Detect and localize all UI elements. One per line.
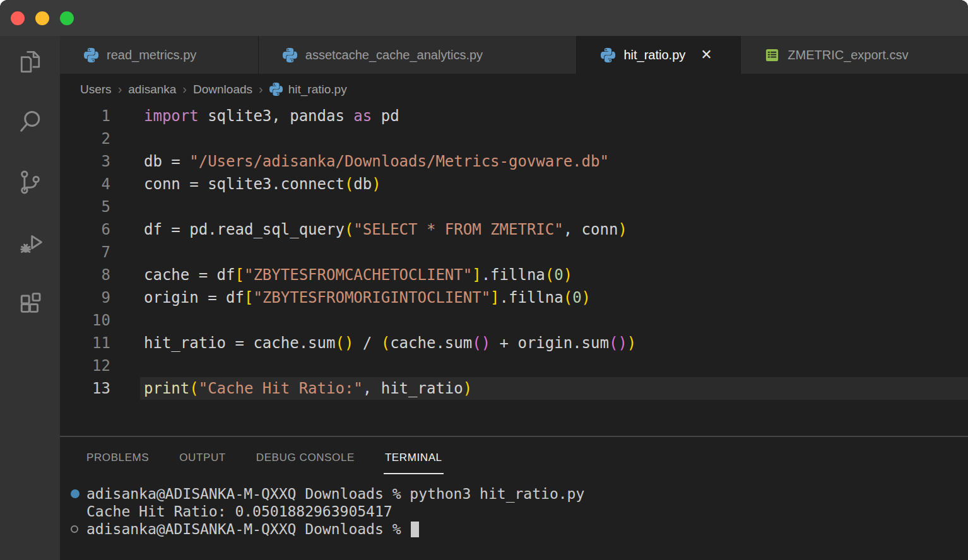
title-bar bbox=[0, 0, 968, 36]
editor-tab-bar: read_metrics.py assetcache_cache_analyti… bbox=[60, 36, 968, 74]
line-number: 12 bbox=[60, 357, 110, 375]
chevron-right-icon: › bbox=[118, 82, 122, 96]
terminal-text: adisanka@ADISANKA-M-QXXQ Downloads % pyt… bbox=[86, 486, 584, 502]
code-text: conn = sqlite3.connect(db) bbox=[144, 175, 381, 193]
close-window-button[interactable] bbox=[11, 11, 25, 25]
code-line[interactable]: 1import sqlite3, pandas as pd bbox=[60, 105, 968, 127]
tab-zmetric-export[interactable]: ZMETRIC_export.csv bbox=[741, 36, 968, 74]
command-pending-decoration-icon bbox=[71, 525, 78, 533]
tab-assetcache-analytics[interactable]: assetcache_cache_analytics.py bbox=[259, 36, 577, 74]
code-text: df = pd.read_sql_query("SELECT * FROM ZM… bbox=[144, 221, 627, 238]
code-line[interactable]: 13print("Cache Hit Ratio:", hit_ratio) bbox=[60, 377, 968, 400]
line-number: 3 bbox=[60, 153, 110, 170]
breadcrumb-item-users[interactable]: Users bbox=[80, 83, 112, 96]
close-tab-icon[interactable]: ✕ bbox=[700, 48, 712, 62]
activity-bar bbox=[0, 36, 60, 560]
python-icon bbox=[84, 48, 98, 62]
vscode-window: read_metrics.py assetcache_cache_analyti… bbox=[0, 0, 968, 560]
tab-read-metrics[interactable]: read_metrics.py bbox=[60, 36, 259, 74]
code-line[interactable]: 5 bbox=[60, 195, 968, 218]
line-number: 1 bbox=[60, 107, 110, 125]
code-line[interactable]: 7 bbox=[60, 241, 968, 264]
python-icon bbox=[601, 48, 615, 62]
line-number: 13 bbox=[60, 380, 110, 397]
line-number: 5 bbox=[60, 198, 110, 216]
code-text: hit_ratio = cache.sum() / (cache.sum() +… bbox=[144, 334, 636, 352]
line-number: 4 bbox=[60, 175, 110, 193]
minimize-window-button[interactable] bbox=[35, 11, 49, 25]
code-text: db = "/Users/adisanka/Downloads/Metrics-… bbox=[144, 153, 609, 170]
extensions-icon[interactable] bbox=[15, 288, 45, 318]
search-icon[interactable] bbox=[15, 107, 45, 137]
code-text: cache = df["ZBYTESFROMCACHETOCLIENT"].fi… bbox=[144, 266, 572, 284]
tab-label: ZMETRIC_export.csv bbox=[788, 48, 908, 62]
python-icon bbox=[269, 83, 283, 96]
line-number: 9 bbox=[60, 289, 110, 306]
panel-tab-debug-console[interactable]: DEBUG CONSOLE bbox=[256, 437, 355, 479]
line-number: 7 bbox=[60, 243, 110, 261]
terminal-line: Cache Hit Ratio: 0.0501882963905417 bbox=[60, 503, 968, 520]
csv-icon bbox=[765, 48, 779, 62]
breadcrumb-item-downloads[interactable]: Downloads bbox=[193, 83, 252, 96]
panel-tab-terminal[interactable]: TERMINAL bbox=[385, 437, 442, 479]
zoom-window-button[interactable] bbox=[60, 11, 74, 25]
line-number: 11 bbox=[60, 334, 110, 352]
code-editor[interactable]: 1import sqlite3, pandas as pd23db = "/Us… bbox=[60, 105, 968, 436]
bottom-panel: PROBLEMS OUTPUT DEBUG CONSOLE TERMINAL a… bbox=[60, 436, 968, 560]
line-number: 2 bbox=[60, 130, 110, 148]
panel-tab-bar: PROBLEMS OUTPUT DEBUG CONSOLE TERMINAL bbox=[60, 437, 968, 479]
code-line[interactable]: 12 bbox=[60, 354, 968, 377]
command-success-decoration-icon bbox=[71, 489, 80, 498]
chevron-right-icon: › bbox=[259, 82, 263, 96]
code-line[interactable]: 10 bbox=[60, 309, 968, 332]
line-number: 10 bbox=[60, 312, 110, 329]
terminal-line: adisanka@ADISANKA-M-QXXQ Downloads % bbox=[60, 520, 968, 538]
panel-tab-problems[interactable]: PROBLEMS bbox=[86, 437, 149, 479]
chevron-right-icon: › bbox=[182, 82, 187, 96]
source-control-icon[interactable] bbox=[15, 167, 45, 197]
breadcrumb-item-adisanka[interactable]: adisanka bbox=[128, 83, 176, 96]
traffic-lights bbox=[11, 11, 74, 25]
code-text: import sqlite3, pandas as pd bbox=[144, 107, 399, 125]
panel-tab-output[interactable]: OUTPUT bbox=[179, 437, 225, 479]
line-number: 8 bbox=[60, 266, 110, 284]
code-line[interactable]: 11hit_ratio = cache.sum() / (cache.sum()… bbox=[60, 332, 968, 354]
line-number: 6 bbox=[60, 221, 110, 238]
explorer-icon[interactable] bbox=[15, 46, 45, 76]
code-line[interactable]: 8cache = df["ZBYTESFROMCACHETOCLIENT"].f… bbox=[60, 264, 968, 286]
tab-hit-ratio[interactable]: hit_ratio.py ✕ bbox=[577, 36, 741, 74]
code-line[interactable]: 3db = "/Users/adisanka/Downloads/Metrics… bbox=[60, 150, 968, 173]
code-line[interactable]: 9origin = df["ZBYTESFROMORIGINTOCLIENT"]… bbox=[60, 286, 968, 309]
breadcrumb-item-file[interactable]: hit_ratio.py bbox=[288, 83, 347, 96]
run-and-debug-icon[interactable] bbox=[15, 228, 45, 258]
code-line[interactable]: 2 bbox=[60, 127, 968, 150]
terminal[interactable]: adisanka@ADISANKA-M-QXXQ Downloads % pyt… bbox=[60, 479, 968, 538]
python-icon bbox=[283, 48, 297, 62]
terminal-text: adisanka@ADISANKA-M-QXXQ Downloads % bbox=[86, 521, 410, 537]
terminal-cursor bbox=[411, 522, 419, 537]
tab-label: hit_ratio.py bbox=[623, 48, 685, 62]
code-line[interactable]: 4conn = sqlite3.connect(db) bbox=[60, 173, 968, 195]
terminal-text: Cache Hit Ratio: 0.0501882963905417 bbox=[86, 503, 393, 520]
tab-label: assetcache_cache_analytics.py bbox=[305, 48, 483, 62]
code-text: origin = df["ZBYTESFROMORIGINTOCLIENT"].… bbox=[144, 289, 591, 306]
breadcrumb: Users › adisanka › Downloads › hit_ratio… bbox=[60, 74, 968, 105]
terminal-line: adisanka@ADISANKA-M-QXXQ Downloads % pyt… bbox=[60, 485, 968, 503]
code-line[interactable]: 6df = pd.read_sql_query("SELECT * FROM Z… bbox=[60, 218, 968, 241]
tab-label: read_metrics.py bbox=[107, 48, 196, 62]
code-text: print("Cache Hit Ratio:", hit_ratio) bbox=[144, 380, 472, 397]
